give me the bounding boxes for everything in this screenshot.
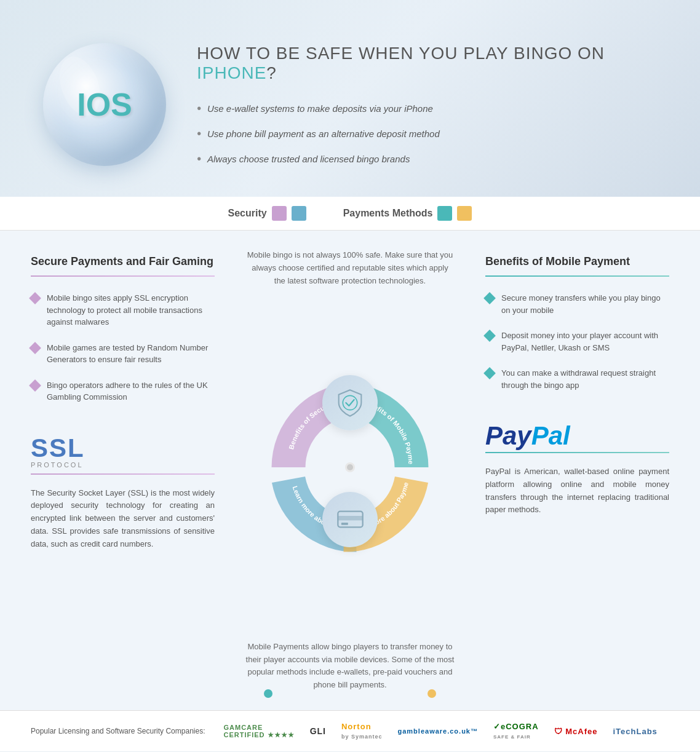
security-color-2 <box>292 206 306 221</box>
paypal-underline <box>485 452 669 453</box>
svg-rect-9 <box>341 523 348 525</box>
gamcare-logo: GAMCARECERTIFIED ★★★★ <box>224 724 295 739</box>
right-column: Benefits of Mobile Payment Secure money … <box>467 231 700 710</box>
globe: IOS <box>43 43 166 166</box>
safety-tip-2: Use phone bill payment as an alternative… <box>197 127 663 141</box>
main-content: Secure Payments and Fair Gaming Mobile b… <box>0 231 700 710</box>
center-bottom-text: Mobile Payments allow bingo players to t… <box>233 641 467 692</box>
feature-ssl: Mobile bingo sites apply SSL encryption … <box>31 292 215 328</box>
title-suffix: ? <box>266 63 277 82</box>
secure-payments-underline <box>31 275 215 277</box>
diamond-icon-1 <box>29 292 41 304</box>
benefit-text-2: Deposit money into your player account w… <box>501 330 669 354</box>
globe-container: IOS <box>37 25 172 184</box>
feature-gambling: Bingo operators adhere to the rules of t… <box>31 379 215 403</box>
diamond-icon-3 <box>29 379 41 392</box>
shield-check-icon <box>335 387 365 418</box>
ssl-description: The Security Socket Layer (SSL) is the m… <box>31 487 215 551</box>
safety-tips-list: Use e-wallet systems to make deposits vi… <box>197 101 663 166</box>
benefit-text-3: You can make a withdrawal request straig… <box>501 367 669 391</box>
title-prefix: HOW TO BE SAFE WHEN YOU PLAY BINGO ON <box>197 44 605 63</box>
ssl-title: SSL <box>31 435 215 461</box>
ecogra-logo: ✓eCOGRASAFE & FAIR <box>493 722 539 740</box>
payments-color-2 <box>457 206 472 221</box>
dot-teal <box>264 689 272 698</box>
top-content: HOW TO BE SAFE WHEN YOU PLAY BINGO ON IP… <box>197 44 663 166</box>
svg-point-0 <box>343 395 357 410</box>
ssl-underline <box>31 473 215 475</box>
paypal-description: PayPal is American, wallet-based online … <box>485 465 669 517</box>
globe-ios-text: IOS <box>77 86 132 123</box>
benefits-underline <box>485 275 669 277</box>
feature-rng: Mobile games are tested by Random Number… <box>31 342 215 366</box>
benefit-3: You can make a withdrawal request straig… <box>485 367 669 391</box>
top-section: IOS HOW TO BE SAFE WHEN YOU PLAY BINGO O… <box>0 0 700 197</box>
ssl-section: SSL PROTOCOL The Security Socket Layer (… <box>31 435 215 551</box>
card-icon-circle <box>322 492 378 547</box>
dot-orange <box>428 689 436 698</box>
feature-text-3: Bingo operators adhere to the rules of t… <box>47 379 215 403</box>
legend-payments: Payments Methods <box>343 206 472 221</box>
main-title: HOW TO BE SAFE WHEN YOU PLAY BINGO ON IP… <box>197 44 663 83</box>
ssl-subtitle: PROTOCOL <box>31 461 215 469</box>
left-column: Secure Payments and Fair Gaming Mobile b… <box>0 231 233 710</box>
paypal-section: PayPal PayPal is American, wallet-based … <box>485 423 669 517</box>
safety-tip-3: Always choose trusted and licensed bingo… <box>197 152 663 166</box>
diamond-icon-2 <box>29 342 41 354</box>
payments-label: Payments Methods <box>343 208 433 219</box>
feature-text-2: Mobile games are tested by Random Number… <box>47 342 215 366</box>
paypal-p1: Pay <box>485 421 531 450</box>
paypal-logo: PayPal <box>485 423 669 449</box>
security-color-1 <box>272 206 287 221</box>
feature-text-1: Mobile bingo sites apply SSL encryption … <box>47 292 215 328</box>
security-label: Security <box>228 208 267 219</box>
card-icon <box>333 502 367 536</box>
center-column: Mobile bingo is not always 100% safe. Ma… <box>233 231 467 710</box>
svg-rect-8 <box>338 516 362 520</box>
benefit-text-1: Secure money transfers while you play bi… <box>501 292 669 316</box>
benefit-1: Secure money transfers while you play bi… <box>485 292 669 316</box>
gli-logo: GLI <box>310 726 326 736</box>
safety-tip-1: Use e-wallet systems to make deposits vi… <box>197 101 663 116</box>
payments-color-1 <box>437 206 452 221</box>
diamond-icon-teal-1 <box>483 292 496 304</box>
benefits-title: Benefits of Mobile Payment <box>485 255 669 268</box>
norton-logo: Nortonby Symantec <box>341 722 383 740</box>
gambleaware-logo: gambleaware.co.uk™ <box>398 727 479 735</box>
footer-logos: GAMCARECERTIFIED ★★★★ GLI Nortonby Syman… <box>224 722 658 740</box>
shield-icon-circle <box>322 375 378 430</box>
mcafee-logo: 🛡 McAfee <box>554 727 598 736</box>
footer: Popular Licensing and Software Security … <box>0 710 700 751</box>
secure-payments-title: Secure Payments and Fair Gaming <box>31 255 215 268</box>
legend-security: Security <box>228 206 306 221</box>
diamond-icon-teal-2 <box>483 330 496 342</box>
footer-label: Popular Licensing and Software Security … <box>31 727 205 735</box>
itech-logo: iTechLabs <box>613 727 657 736</box>
paypal-p2: Pal <box>531 421 570 450</box>
center-top-text: Mobile bingo is not always 100% safe. Ma… <box>233 249 467 287</box>
arc-container: Benefits of Secure Payments Benefits of … <box>239 350 461 584</box>
benefit-2: Deposit money into your player account w… <box>485 330 669 354</box>
title-highlight: IPHONE <box>197 63 266 82</box>
svg-point-6 <box>347 464 353 470</box>
diamond-icon-teal-3 <box>483 367 496 379</box>
legend-bar: Security Payments Methods <box>0 197 700 231</box>
